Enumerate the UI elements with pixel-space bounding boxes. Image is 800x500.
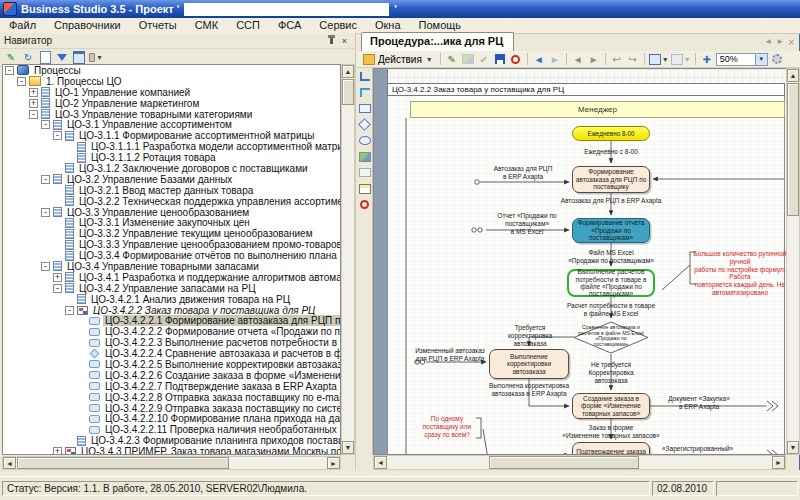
tree-item[interactable]: ЦО-3.3.2 Управление текущим ценообразова… <box>3 228 340 239</box>
menu-item[interactable]: Помощь <box>410 18 471 33</box>
canvas-vscroll-thumb[interactable] <box>787 83 799 216</box>
tree-item[interactable]: - ЦО-3.1 Управление ассортиментом <box>3 119 340 130</box>
tree-item[interactable]: ЦО-3.4.2.1 Анализ движения товара на РЦ <box>3 294 340 305</box>
form-icon[interactable] <box>38 51 52 64</box>
image-icon[interactable] <box>461 52 475 66</box>
tab-scroll-left-icon[interactable]: ◄ <box>764 37 772 48</box>
tree-vscroll-thumb[interactable] <box>342 79 354 105</box>
start-event-node[interactable]: Ежедневно 8-00 <box>572 126 650 141</box>
canvas-vertical-scrollbar[interactable]: ▲ ▼ <box>786 68 800 455</box>
expand-toggle-icon[interactable]: - <box>53 131 62 140</box>
tree-item[interactable]: ЦО-3.1.2 Заключение договоров с поставщи… <box>3 163 340 174</box>
scroll-down-button[interactable]: ▼ <box>342 441 354 454</box>
tree-item[interactable]: - ЦО-3.1.1 Формирование ассортиментной м… <box>3 130 340 141</box>
close-icon[interactable]: × <box>338 35 351 47</box>
tree-item[interactable]: ЦО-3.3.3 Управление ценообразованием про… <box>3 239 340 250</box>
menu-item[interactable]: Сервис <box>310 18 366 33</box>
tree-item[interactable]: - ЦО-3.4 Управление товарными запасами <box>3 261 340 272</box>
lane-tool-icon[interactable] <box>359 183 371 194</box>
pin-icon[interactable] <box>325 35 338 47</box>
tree-item[interactable]: ЦО-3.4.2.2.7 Подтверждение заказа в ERP … <box>3 381 340 392</box>
tree-item[interactable]: + ЦО-1 Управление компанией <box>3 87 340 98</box>
tree-item[interactable]: ЦО-3.4.2.2.2 Формирование отчета «Продаж… <box>3 326 340 337</box>
undo-icon[interactable]: ↩ <box>610 52 624 66</box>
tree-item[interactable]: - ЦО-3.4.2.2 Заказ товара у поставщика д… <box>3 305 340 316</box>
expand-toggle-icon[interactable]: + <box>29 88 38 97</box>
diagram-canvas[interactable]: ЦО-3.4.2.2 Заказ товара у поставщика для… <box>373 68 786 455</box>
expand-toggle-icon[interactable]: - <box>5 66 14 75</box>
tree-connector-tool-icon[interactable] <box>359 87 371 98</box>
canvas-hscroll-thumb[interactable] <box>489 456 639 469</box>
tree-item[interactable]: ЦО-3.4.2.2.8 Отправка заказа поставщику … <box>3 392 340 403</box>
tree-item[interactable]: - ЦО-3 Управление товарными категориями <box>3 109 340 120</box>
tree-item[interactable]: ЦО-3.4.2.2.9 Отправка заказа поставщику … <box>3 403 340 414</box>
tree-item[interactable]: ЦО-3.1.1.2 Ротация товара <box>3 152 340 163</box>
actions-button[interactable]: Действия ▼ <box>360 52 436 66</box>
tree-hscroll-thumb[interactable] <box>17 457 229 469</box>
tree-item[interactable]: ЦО-3.2.1 Ввод мастер данных товара <box>3 185 340 196</box>
menu-item[interactable]: Файл <box>0 18 45 33</box>
edit-icon[interactable]: ✎ <box>4 51 18 64</box>
tree-item[interactable]: + ЦО-3.4.3 ПРИМЕР. Заказ товара магазина… <box>3 446 340 455</box>
tree-horizontal-scrollbar[interactable]: ◄ ► <box>2 456 341 470</box>
tab-procedure[interactable]: Процедура:...ика для РЦ <box>361 32 514 51</box>
connector-tool-icon[interactable] <box>359 71 371 82</box>
tree-item[interactable]: ЦО-3.4.2.2.1 Формирование автозаказа для… <box>3 315 340 326</box>
alarm-icon[interactable] <box>509 52 523 66</box>
tree-item[interactable]: ЦО-3.3.4 Формирование отчётов по выполне… <box>3 250 340 261</box>
menu-item[interactable]: Справочники <box>45 18 130 33</box>
expand-toggle-icon[interactable]: - <box>65 306 74 315</box>
window-list-icon[interactable]: ▼ <box>649 52 669 66</box>
picture-tool-icon[interactable] <box>359 151 371 162</box>
tree-item[interactable]: + ЦО-3.4.1 Разработка и поддержание алго… <box>3 272 340 283</box>
timer-tool-icon[interactable] <box>359 199 371 210</box>
event-shape-icon[interactable] <box>359 135 371 146</box>
print-icon[interactable]: ▼ <box>89 51 103 64</box>
zoom-select[interactable]: 50% ▼ <box>716 53 768 66</box>
tree-item[interactable]: - ЦО-3.2 Управление Базами данных <box>3 174 340 185</box>
window-list2-icon[interactable]: ▼ <box>671 52 691 66</box>
tree-item[interactable]: - ЦО-3.4.2 Управление запасами на РЦ <box>3 283 340 294</box>
tree-item[interactable]: ЦО-3.4.2.2.10 Формирование плана прихода… <box>3 414 340 425</box>
task-node-create-order[interactable]: Создание заказа в форме «Изменение товар… <box>572 393 650 419</box>
expand-toggle-icon[interactable]: - <box>53 284 62 293</box>
tree-item[interactable]: - 1. Процессы ЦО <box>3 76 340 87</box>
tree-item[interactable]: ЦО-3.4.2.2.3 Выполнение расчетов потребн… <box>3 337 340 348</box>
menu-item[interactable]: Отчеты <box>130 18 186 33</box>
tab-scroll-right-icon[interactable]: ► <box>776 37 784 48</box>
task-node-calculation[interactable]: Выполнение расчетов потребности в товаре… <box>567 269 655 297</box>
decision-node-label[interactable]: Сравнение автозаказа и расчетов в файле … <box>578 325 644 347</box>
task-node-confirm-order[interactable]: Подтверждение заказа в ERP Axapta <box>572 442 650 455</box>
scroll-left-button[interactable]: ◄ <box>3 457 16 469</box>
prev-icon[interactable]: ◄ <box>571 52 585 66</box>
task-node-autoorder[interactable]: Формирование автозаказа для РЦП по поста… <box>572 166 650 193</box>
nav-back-icon[interactable]: ◄ <box>532 52 546 66</box>
expand-toggle-icon[interactable]: - <box>41 208 50 217</box>
expand-toggle-icon[interactable]: - <box>41 262 50 271</box>
nav-forward-icon[interactable]: ► <box>548 52 562 66</box>
filter-icon[interactable] <box>55 51 69 64</box>
apply-icon[interactable]: ✔ <box>477 52 491 66</box>
tree-item[interactable]: - ЦО-3.3 Управление ценообразованием <box>3 207 340 218</box>
tree-item[interactable]: + ЦО-2 Управление маркетингом <box>3 98 340 109</box>
expand-toggle-icon[interactable]: - <box>41 120 50 129</box>
process-shape-icon[interactable] <box>359 103 371 114</box>
fit-icon[interactable]: ✚ <box>700 52 714 66</box>
expand-toggle-icon[interactable]: + <box>53 273 62 282</box>
edit-icon[interactable]: ✎ <box>445 52 459 66</box>
tree-item[interactable]: ЦО-3.1.1.1 Разработка модели ассортимент… <box>3 141 340 152</box>
tree-item[interactable]: ЦО-3.3.1 Изменение закупочных цен <box>3 217 340 228</box>
expand-toggle-icon[interactable]: - <box>17 77 26 86</box>
tree-item[interactable]: ЦО-3.4.2.2.11 Проверка наличия необработ… <box>3 424 340 435</box>
tab-close-icon[interactable]: × <box>788 37 794 48</box>
canvas-horizontal-scrollbar[interactable]: ◄ ► <box>373 455 786 470</box>
scroll-down-button[interactable]: ▼ <box>787 441 799 454</box>
tree-vertical-scrollbar[interactable]: ▲ ▼ <box>341 64 355 455</box>
tree-item[interactable]: ЦО-3.4.2.3 Формирование планинга приходо… <box>3 435 340 446</box>
tree-item[interactable]: - Процессы <box>3 65 340 76</box>
menu-item[interactable]: ССП <box>227 18 269 33</box>
save-icon[interactable] <box>493 52 507 66</box>
scroll-right-button[interactable]: ► <box>327 457 340 469</box>
tree-item[interactable]: ЦО-3.4.2.2.5 Выполнение корректировки ав… <box>3 359 340 370</box>
scroll-up-button[interactable]: ▲ <box>787 69 799 82</box>
